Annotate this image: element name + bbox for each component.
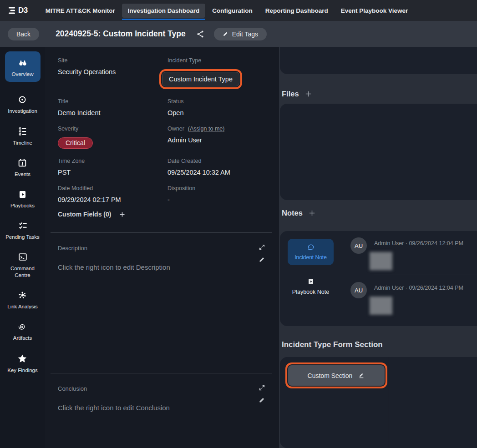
note-meta: Admin User · 09/26/2024 12:04 PM [374, 240, 463, 247]
add-file-button[interactable] [304, 90, 312, 98]
owner-label: Owner [167, 126, 184, 132]
sidebar-item-label: Link Analysis [7, 303, 37, 310]
tab-incident-note[interactable]: Incident Note [288, 239, 334, 265]
conclusion-label: Conclusion [58, 385, 279, 392]
files-header: Files [282, 90, 312, 98]
field-label: Title [58, 98, 167, 105]
sidebar-item-playbooks[interactable]: Playbooks [10, 190, 35, 209]
note-content-redacted[interactable] [370, 297, 392, 315]
add-custom-field-button[interactable] [119, 211, 126, 218]
back-button[interactable]: Back [8, 28, 39, 40]
d3-logo-icon[interactable]: D3 [8, 6, 28, 15]
checklist-icon [18, 221, 28, 231]
expand-icon[interactable] [259, 244, 265, 251]
field-site: Site Security Operations [58, 57, 167, 89]
note-content-redacted[interactable] [370, 252, 392, 270]
timeline-icon [18, 126, 28, 136]
custom-fields-row: Custom Fields (0) [58, 211, 279, 218]
files-title: Files [282, 90, 299, 98]
nav-configuration[interactable]: Configuration [206, 4, 258, 18]
highlight-annotation-ring: Custom Section [285, 362, 387, 388]
field-owner: Owner (Assign to me) Admin User [167, 126, 279, 149]
sidebar-item-label: Command Centre [4, 265, 42, 278]
sidebar-item-events[interactable]: Events [15, 158, 30, 177]
avatar: AU [350, 282, 367, 298]
pencil-icon[interactable] [259, 256, 265, 263]
network-icon [17, 290, 27, 300]
sidebar-item-label: Pending Tasks [5, 234, 40, 240]
field-date-modified: Date Modified 09/29/2024 02:17 PM [58, 185, 167, 203]
add-note-button[interactable] [308, 209, 316, 217]
notes-header: Notes [282, 209, 316, 217]
logo-text: D3 [18, 6, 28, 15]
highlight-annotation-ring: Custom Incident Type [159, 69, 242, 89]
sidebar-item-pending-tasks[interactable]: Pending Tasks [5, 221, 40, 240]
field-value: Security Operations [58, 68, 167, 76]
page-title: 20240925-5: Custom Incident Type [56, 29, 186, 39]
target-icon [17, 95, 27, 105]
field-value: PST [58, 169, 167, 176]
files-card [280, 104, 477, 200]
incident-type-value[interactable]: Custom Incident Type [162, 72, 239, 86]
notes-card: Incident Note Playbook Note AU Admin Use… [280, 231, 477, 326]
pencil-icon[interactable] [259, 397, 265, 403]
assign-to-me-link[interactable]: (Assign to me) [188, 126, 225, 132]
form-section-nav: Custom Section [280, 357, 389, 448]
avatar: AU [350, 237, 367, 254]
field-label: Site [58, 57, 167, 64]
field-severity: Severity Critical [58, 126, 167, 149]
expand-icon[interactable] [259, 384, 265, 391]
sidebar-item-timeline[interactable]: Timeline [13, 126, 32, 146]
description-label: Description [58, 245, 279, 252]
custom-section-button[interactable]: Custom Section [288, 365, 385, 386]
field-value: - [167, 196, 279, 203]
field-status: Status Open [167, 98, 279, 116]
sidebar-item-label: Overview [12, 71, 34, 77]
fingerprint-icon [17, 322, 27, 332]
nav-mitre-attck-monitor[interactable]: MITRE ATT&CK Monitor [40, 4, 121, 18]
field-incident-type: Incident Type Custom Incident Type [167, 57, 279, 89]
chat-bubble-icon [307, 243, 315, 252]
notes-title: Notes [282, 209, 303, 217]
sidebar-item-overview[interactable]: Overview [5, 51, 41, 82]
field-label: Date Created [167, 158, 279, 164]
incident-header: Back 20240925-5: Custom Incident Type Ed… [0, 21, 477, 47]
field-date-created: Date Created 09/25/2024 10:32 AM [167, 158, 279, 176]
edit-tags-button[interactable]: Edit Tags [214, 28, 267, 40]
binoculars-icon [17, 58, 28, 68]
sidebar-item-label: Events [15, 171, 30, 177]
pencil-underline-icon [358, 372, 365, 379]
sidebar-item-label: Investigation [8, 108, 37, 114]
sidebar-item-key-findings[interactable]: Key Findings [7, 353, 37, 373]
pencil-icon [223, 31, 228, 37]
nav-reporting-dashboard[interactable]: Reporting Dashboard [259, 4, 334, 18]
sidebar-item-artifacts[interactable]: Artifacts [13, 322, 32, 341]
sidebar-item-command-centre[interactable]: Command Centre [4, 252, 42, 278]
edit-tags-label: Edit Tags [232, 30, 258, 38]
star-icon [17, 353, 28, 364]
field-label: Incident Type [167, 57, 279, 64]
field-label: Time Zone [58, 158, 167, 164]
divider [374, 275, 477, 275]
conclusion-placeholder: Click the right icon to edit Conclusion [58, 404, 279, 412]
field-label: Date Modified [58, 185, 167, 191]
custom-section-label: Custom Section [308, 372, 353, 379]
field-disposition: Disposition - [167, 185, 279, 203]
severity-badge[interactable]: Critical [58, 137, 93, 149]
description-placeholder: Click the right icon to edit Description [58, 263, 279, 271]
sidebar-item-label: Artifacts [13, 335, 32, 341]
field-time-zone: Time Zone PST [58, 158, 167, 176]
calendar-alert-icon [17, 158, 27, 168]
sidebar-item-link-analysis[interactable]: Link Analysis [7, 290, 37, 310]
nav-investigation-dashboard[interactable]: Investigation Dashboard [122, 4, 206, 18]
tab-playbook-note[interactable]: Playbook Note [288, 278, 334, 295]
sidebar-item-investigation[interactable]: Investigation [8, 95, 37, 114]
book-play-icon [307, 278, 315, 285]
field-value: Open [167, 109, 279, 116]
share-icon[interactable] [196, 30, 205, 39]
field-value: Admin User [167, 136, 279, 144]
investigation-dashboard-screen: D3 MITRE ATT&CK Monitor Investigation Da… [0, 0, 477, 448]
nav-event-playbook-viewer[interactable]: Event Playbook Viewer [335, 4, 414, 18]
tab-label: Playbook Note [292, 289, 329, 295]
description-section: Description Click the right icon to edit… [58, 233, 279, 373]
